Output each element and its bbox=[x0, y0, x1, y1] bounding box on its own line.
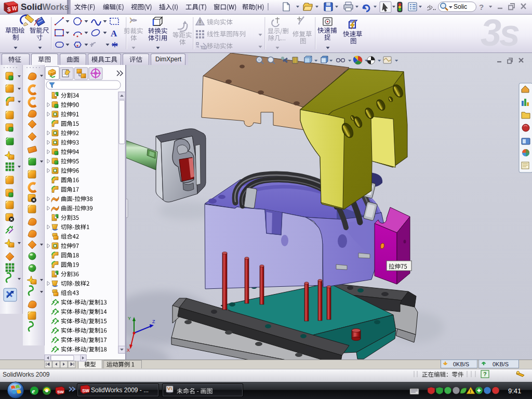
svg-text:X: X bbox=[127, 348, 130, 353]
svg-text:Z: Z bbox=[152, 319, 155, 324]
svg-text:Y: Y bbox=[128, 316, 131, 321]
